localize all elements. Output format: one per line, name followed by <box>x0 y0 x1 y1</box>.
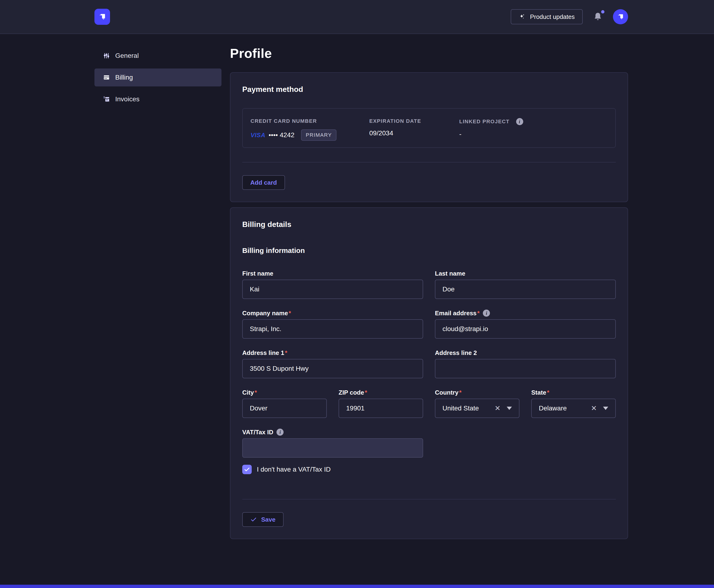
linked-project-header: LINKED PROJECT <box>459 119 509 125</box>
address2-input[interactable] <box>435 359 616 378</box>
bell-icon <box>593 12 603 22</box>
required-marker: * <box>289 309 291 317</box>
country-field-group: Country * United State ✕ <box>435 389 520 418</box>
avatar-strapi-icon <box>616 13 625 21</box>
notification-dot <box>601 10 605 14</box>
billing-details-card: Billing details Billing information Firs… <box>230 207 628 539</box>
main-content: Profile Payment method CREDIT CARD NUMBE… <box>230 45 628 539</box>
product-updates-label: Product updates <box>530 13 575 21</box>
clear-icon[interactable]: ✕ <box>495 405 501 412</box>
product-updates-button[interactable]: Product updates <box>511 9 583 24</box>
required-marker: * <box>285 349 287 357</box>
address1-label: Address line 1 <box>242 349 284 357</box>
country-label: Country <box>435 389 459 396</box>
state-label: State <box>531 389 546 396</box>
email-input[interactable] <box>435 319 616 339</box>
country-select[interactable]: United State ✕ <box>435 399 520 418</box>
vat-label: VAT/Tax ID <box>242 428 273 436</box>
page-title: Profile <box>230 45 628 61</box>
credit-card-row: CREDIT CARD NUMBER VISA •••• 4242 PRIMAR… <box>242 108 616 148</box>
vat-field-group: VAT/Tax ID i I don't have a VAT/Tax ID <box>242 428 423 474</box>
required-marker: * <box>365 389 367 396</box>
last-name-label: Last name <box>435 270 465 277</box>
billing-form-divider <box>242 499 616 500</box>
billing-details-title: Billing details <box>242 219 616 229</box>
top-bar: Product updates <box>0 0 714 34</box>
address1-field-group: Address line 1 * <box>242 349 423 378</box>
sidebar-item-general[interactable]: General <box>94 47 222 65</box>
credit-card-icon <box>103 74 110 81</box>
vat-checkbox[interactable] <box>242 465 252 474</box>
bottom-accent-bar <box>0 585 714 588</box>
vat-checkbox-label[interactable]: I don't have a VAT/Tax ID <box>257 466 331 473</box>
clear-icon[interactable]: ✕ <box>591 405 597 412</box>
strapi-logo-icon[interactable] <box>94 9 110 25</box>
sidebar-item-billing[interactable]: Billing <box>94 68 222 86</box>
vat-input[interactable] <box>242 438 423 458</box>
zip-label: ZIP code <box>339 389 364 396</box>
svg-text:$: $ <box>104 96 105 99</box>
city-input[interactable] <box>242 399 327 418</box>
state-select[interactable]: Delaware ✕ <box>531 399 616 418</box>
email-field-group: Email address * i <box>435 309 616 339</box>
checkmark-icon <box>250 516 257 523</box>
last-name-input[interactable] <box>435 279 616 299</box>
notifications-button[interactable] <box>593 12 603 22</box>
zip-input[interactable] <box>339 399 423 418</box>
settings-sidebar: General Billing $ Invoices <box>94 45 222 539</box>
first-name-label: First name <box>242 270 273 277</box>
required-marker: * <box>254 389 257 396</box>
sidebar-item-label: General <box>115 52 139 60</box>
required-marker: * <box>547 389 549 396</box>
add-card-button[interactable]: Add card <box>242 175 285 190</box>
save-button-label: Save <box>261 516 276 523</box>
payment-card-divider <box>242 162 616 163</box>
save-button[interactable]: Save <box>242 512 284 527</box>
linked-project-value: - <box>459 130 615 138</box>
expiration-date-header: EXPIRATION DATE <box>369 118 459 124</box>
info-icon[interactable]: i <box>516 118 523 125</box>
city-field-group: City * <box>242 389 327 418</box>
sparkle-icon <box>519 13 526 20</box>
company-name-label: Company name <box>242 309 288 317</box>
state-field-group: State * Delaware ✕ <box>531 389 616 418</box>
country-value: United State <box>442 404 479 412</box>
payment-method-card: Payment method CREDIT CARD NUMBER VISA •… <box>230 72 628 202</box>
info-icon[interactable]: i <box>483 310 490 317</box>
sidebar-item-label: Invoices <box>115 96 140 103</box>
masked-card-number: •••• 4242 <box>269 131 294 139</box>
address2-field-group: Address line 2 <box>435 349 616 378</box>
sidebar-item-invoices[interactable]: $ Invoices <box>94 90 222 108</box>
first-name-field-group: First name <box>242 270 423 299</box>
invoice-icon: $ <box>103 96 110 103</box>
credit-card-number-header: CREDIT CARD NUMBER <box>251 118 369 124</box>
address1-input[interactable] <box>242 359 423 378</box>
state-value: Delaware <box>539 404 567 412</box>
required-marker: * <box>477 309 480 317</box>
last-name-field-group: Last name <box>435 270 616 299</box>
primary-badge: PRIMARY <box>301 129 336 141</box>
first-name-input[interactable] <box>242 279 423 299</box>
address2-label: Address line 2 <box>435 349 477 357</box>
city-label: City <box>242 389 254 396</box>
avatar[interactable] <box>613 9 628 24</box>
checkmark-icon <box>244 466 250 472</box>
sliders-icon <box>103 52 110 59</box>
required-marker: * <box>459 389 462 396</box>
zip-field-group: ZIP code * <box>339 389 423 418</box>
email-label: Email address <box>435 309 477 317</box>
payment-method-title: Payment method <box>242 85 616 94</box>
visa-logo: VISA <box>251 131 266 139</box>
chevron-down-icon[interactable] <box>507 407 512 410</box>
company-name-input[interactable] <box>242 319 423 339</box>
expiration-date-value: 09/2034 <box>369 129 459 137</box>
sidebar-item-label: Billing <box>115 74 133 81</box>
billing-information-subtitle: Billing information <box>242 246 616 255</box>
info-icon[interactable]: i <box>276 428 284 436</box>
chevron-down-icon[interactable] <box>603 407 608 410</box>
company-name-field-group: Company name * <box>242 309 423 339</box>
